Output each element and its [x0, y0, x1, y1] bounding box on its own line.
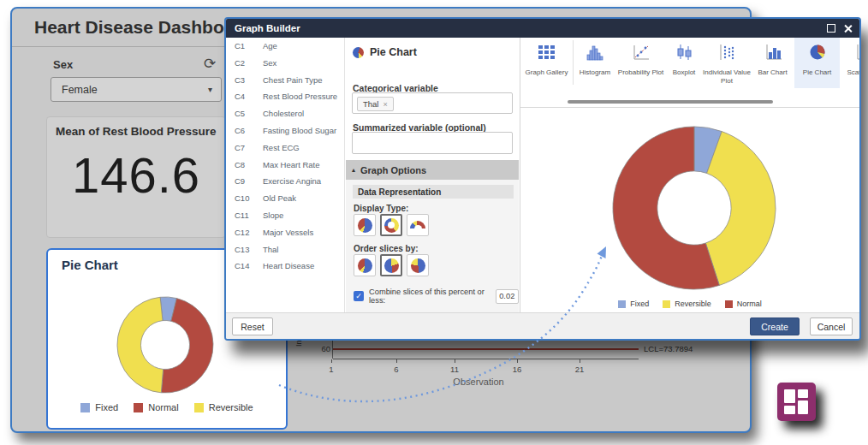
- combine-percent-input[interactable]: 0.02: [496, 289, 519, 304]
- toolbar-item-bar-chart[interactable]: Bar Chart: [751, 38, 794, 88]
- legend-swatch: [725, 300, 733, 308]
- order-default-icon: [358, 258, 372, 273]
- column-name: Fasting Blood Sugar: [263, 126, 336, 135]
- toolbar-scrollbar[interactable]: [568, 100, 773, 104]
- metric-card: Mean of Rest Blood Pressure 146.6: [46, 116, 226, 238]
- column-code: C5: [235, 109, 245, 118]
- legend-label: Normal: [737, 300, 762, 308]
- legend-item: Normal: [134, 402, 178, 412]
- control-chart-xtick-label: 21: [571, 365, 588, 374]
- control-chart-tick: [455, 359, 455, 363]
- column-row[interactable]: C11Slope: [226, 207, 344, 224]
- donut-slice-reversible: [705, 132, 776, 286]
- dashboard-title: Heart Disease Dashboard: [34, 17, 252, 38]
- summarized-variable-input[interactable]: [352, 132, 513, 154]
- toolbar-item-graph-gallery[interactable]: Graph Gallery: [520, 38, 573, 88]
- histogram-icon: [585, 44, 605, 64]
- order-slices-decreasing-button[interactable]: [407, 254, 429, 276]
- toolbar-item-label: Pie Chart: [803, 68, 831, 77]
- screen: Heart Disease Dashboard Sex ⟳ Female ▾ M…: [0, 0, 868, 445]
- toolbar-item-label: Probability Plot: [618, 68, 663, 77]
- column-row[interactable]: C2Sex: [226, 55, 344, 72]
- column-row[interactable]: C3Chest Pain Type: [226, 72, 344, 89]
- probability-plot-icon: [631, 44, 651, 64]
- display-type-pie-button[interactable]: [354, 214, 376, 236]
- order-slices-increasing-button[interactable]: [380, 254, 402, 276]
- metric-card-title: Mean of Rest Blood Pressure: [56, 125, 217, 138]
- column-row[interactable]: C5Cholesterol: [226, 105, 344, 122]
- toolbar-item-individual-value-plot[interactable]: Individual Value Plot: [703, 38, 751, 88]
- variable-tag: Thal ×: [357, 97, 394, 111]
- pie-display-icon: [358, 218, 372, 233]
- legend-swatch: [80, 403, 90, 412]
- toolbar-item-scatterplot[interactable]: Scatterplot: [840, 38, 859, 88]
- legend-label: Fixed: [95, 402, 118, 412]
- gauge-display-icon: [410, 221, 425, 229]
- control-chart-xaxis: [333, 359, 639, 359]
- column-code: C2: [235, 58, 245, 68]
- column-row[interactable]: C14Heart Disease: [226, 258, 344, 275]
- column-row[interactable]: C1Age: [226, 38, 344, 55]
- column-name: Major Vessels: [263, 228, 313, 237]
- toolbar-item-boxplot[interactable]: Boxplot: [665, 38, 703, 88]
- app-logo: [777, 383, 816, 421]
- control-chart-ytick: 60: [312, 344, 330, 353]
- column-code: C14: [235, 261, 249, 270]
- column-row[interactable]: C8Max Heart Rate: [226, 157, 344, 174]
- create-button[interactable]: Create: [750, 317, 800, 335]
- control-chart-tick: [517, 359, 518, 363]
- toolbar-item-probability-plot[interactable]: Probability Plot: [616, 38, 665, 88]
- cancel-button[interactable]: Cancel: [810, 317, 853, 335]
- legend-swatch: [663, 300, 670, 308]
- column-row[interactable]: C9Exercise Angina: [226, 173, 344, 190]
- column-list: C1AgeC2SexC3Chest Pain TypeC4Rest Blood …: [226, 38, 344, 312]
- column-row[interactable]: C7Rest ECG: [226, 139, 344, 157]
- sex-dropdown[interactable]: Female ▾: [51, 77, 222, 102]
- column-code: C1: [235, 41, 245, 50]
- reset-button[interactable]: Reset: [232, 317, 273, 335]
- remove-tag-icon[interactable]: ×: [383, 100, 387, 109]
- gallery-and-preview-panel: Graph GalleryHistogramProbability PlotBo…: [520, 38, 859, 312]
- graph-options-header[interactable]: ▴ Graph Options: [346, 160, 519, 180]
- preview-donut-chart: [610, 124, 778, 292]
- toolbar-item-label: Bar Chart: [758, 68, 787, 77]
- graph-options-label: Graph Options: [360, 165, 426, 175]
- legend-swatch: [618, 300, 626, 308]
- control-chart-xtick-label: 6: [388, 365, 405, 374]
- chevron-down-icon: ▾: [208, 85, 212, 94]
- close-icon[interactable]: [843, 24, 853, 33]
- preview-donut-legend: FixedReversibleNormal: [520, 300, 859, 308]
- toolbar-item-histogram[interactable]: Histogram: [574, 38, 616, 88]
- boxplot-icon: [675, 44, 693, 64]
- order-slices-default-button[interactable]: [354, 254, 376, 276]
- order-increasing-icon: [384, 258, 399, 273]
- combine-slices-checkbox[interactable]: ✓: [354, 291, 364, 301]
- graph-gallery-icon: [538, 44, 556, 64]
- column-name: Exercise Angina: [263, 176, 321, 186]
- graph-options-body: Data Representation Display Type: Order …: [346, 180, 519, 312]
- dashboard-donut-legend: FixedNormalReversible: [48, 402, 286, 412]
- column-name: Slope: [263, 211, 283, 220]
- refresh-icon[interactable]: ⟳: [204, 55, 216, 73]
- pie-card-title: Pie Chart: [62, 258, 118, 272]
- graph-builder-dialog: Graph Builder C1AgeC2SexC3Chest Pain Typ…: [224, 17, 861, 341]
- categorical-variable-input[interactable]: Thal ×: [352, 92, 513, 114]
- data-representation-header: Data Representation: [353, 185, 514, 199]
- column-row[interactable]: C12Major Vessels: [226, 224, 344, 241]
- column-row[interactable]: C13Thal: [226, 241, 344, 258]
- control-chart-tick: [396, 359, 397, 363]
- display-type-gauge-button[interactable]: [407, 214, 429, 236]
- column-row[interactable]: C4Rest Blood Pressure: [226, 88, 344, 105]
- legend-label: Normal: [148, 402, 178, 412]
- legend-label: Reversible: [675, 300, 711, 308]
- toolbar-item-pie-chart[interactable]: Pie Chart: [794, 38, 840, 88]
- column-name: Chest Pain Type: [263, 75, 323, 85]
- display-type-donut-button[interactable]: [380, 214, 402, 236]
- column-row[interactable]: C6Fasting Blood Sugar: [226, 122, 344, 139]
- maximize-icon[interactable]: [827, 24, 835, 33]
- legend-label: Reversible: [209, 402, 253, 412]
- column-row[interactable]: C10Old Peak: [226, 190, 344, 207]
- panel-header: Pie Chart: [370, 46, 417, 58]
- column-code: C11: [235, 211, 249, 220]
- order-decreasing-icon: [411, 258, 425, 273]
